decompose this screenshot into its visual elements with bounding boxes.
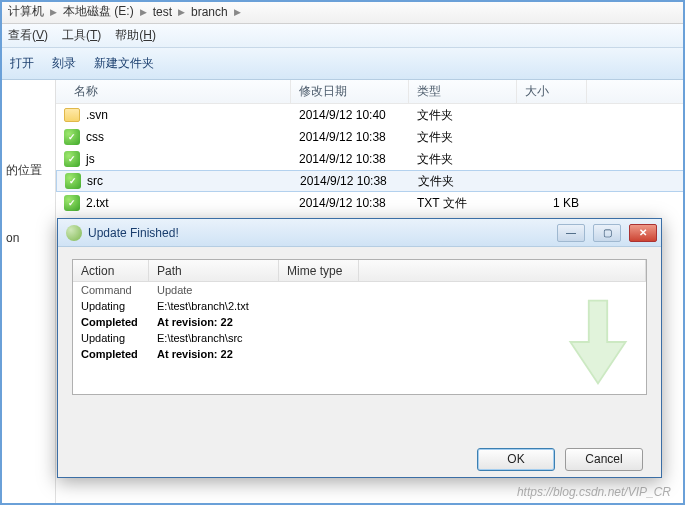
file-date: 2014/9/12 10:40: [291, 108, 409, 122]
file-list-header: 名称 修改日期 类型 大小: [56, 80, 685, 104]
table-row[interactable]: ✓js2014/9/12 10:38文件夹: [56, 148, 685, 170]
menu-help[interactable]: 帮助(H): [115, 27, 156, 44]
file-name: 2.txt: [86, 196, 109, 210]
close-button[interactable]: ✕: [629, 224, 657, 242]
menu-tools[interactable]: 工具(T): [62, 27, 101, 44]
file-type: 文件夹: [409, 129, 517, 146]
log-column-path[interactable]: Path: [149, 260, 279, 281]
breadcrumb-seg-drive[interactable]: 本地磁盘 (E:): [61, 3, 136, 20]
file-name: src: [87, 174, 103, 188]
file-date: 2014/9/12 10:38: [291, 130, 409, 144]
file-date: 2014/9/12 10:38: [291, 152, 409, 166]
file-name: .svn: [86, 108, 108, 122]
breadcrumb-seg-branch[interactable]: branch: [189, 5, 230, 19]
new-folder-button[interactable]: 新建文件夹: [94, 55, 154, 72]
toolbar: 打开 刻录 新建文件夹: [0, 48, 685, 80]
log-column-action[interactable]: Action: [73, 260, 149, 281]
table-row[interactable]: ✓src2014/9/12 10:38文件夹: [56, 170, 685, 192]
ok-button[interactable]: OK: [477, 448, 555, 471]
dialog-title: Update Finished!: [88, 226, 549, 240]
column-date[interactable]: 修改日期: [291, 80, 409, 103]
file-type: 文件夹: [409, 107, 517, 124]
chevron-right-icon: ▶: [140, 7, 147, 17]
breadcrumb-seg-test[interactable]: test: [151, 5, 174, 19]
chevron-right-icon: ▶: [234, 7, 241, 17]
chevron-right-icon: ▶: [178, 7, 185, 17]
log-column-mime[interactable]: Mime type: [279, 260, 359, 281]
file-type: 文件夹: [410, 173, 518, 190]
table-row[interactable]: .svn2014/9/12 10:40文件夹: [56, 104, 685, 126]
sidebar-item-on[interactable]: on: [4, 225, 51, 251]
open-button[interactable]: 打开: [10, 55, 34, 72]
chevron-right-icon: ▶: [50, 7, 57, 17]
file-name: css: [86, 130, 104, 144]
table-row[interactable]: ✓css2014/9/12 10:38文件夹: [56, 126, 685, 148]
file-type: 文件夹: [409, 151, 517, 168]
file-name: js: [86, 152, 95, 166]
svn-overlay-icon: ✓: [64, 129, 80, 145]
breadcrumb-seg-computer[interactable]: 计算机: [6, 3, 46, 20]
column-type[interactable]: 类型: [409, 80, 517, 103]
svn-overlay-icon: ✓: [64, 195, 80, 211]
update-dialog: Update Finished! — ▢ ✕ Action Path Mime …: [57, 218, 662, 478]
log-action: Updating: [73, 332, 149, 348]
folder-icon: [64, 108, 80, 122]
minimize-button[interactable]: —: [557, 224, 585, 242]
menu-bar: 查看(V) 工具(T) 帮助(H): [0, 24, 685, 48]
burn-button[interactable]: 刻录: [52, 55, 76, 72]
menu-view[interactable]: 查看(V): [8, 27, 48, 44]
log-column-blank: [359, 260, 646, 281]
file-date: 2014/9/12 10:38: [292, 174, 410, 188]
file-size: 1 KB: [517, 196, 587, 210]
svn-overlay-icon: ✓: [65, 173, 81, 189]
log-action: Completed: [73, 316, 149, 332]
dialog-titlebar[interactable]: Update Finished! — ▢ ✕: [58, 219, 661, 247]
column-name[interactable]: 名称: [56, 80, 291, 103]
sidebar-item-locations[interactable]: 的位置: [4, 156, 51, 185]
sidebar: 的位置 on: [0, 80, 56, 505]
tortoise-icon: [66, 225, 82, 241]
file-type: TXT 文件: [409, 195, 517, 212]
breadcrumb[interactable]: 计算机 ▶ 本地磁盘 (E:) ▶ test ▶ branch ▶: [0, 0, 685, 24]
log-panel: Action Path Mime type CommandUpdateUpdat…: [72, 259, 647, 395]
log-action: Command: [73, 284, 149, 300]
file-date: 2014/9/12 10:38: [291, 196, 409, 210]
cancel-button[interactable]: Cancel: [565, 448, 643, 471]
column-size[interactable]: 大小: [517, 80, 587, 103]
download-arrow-icon: [558, 296, 638, 388]
log-action: Updating: [73, 300, 149, 316]
svn-overlay-icon: ✓: [64, 151, 80, 167]
table-row[interactable]: ✓2.txt2014/9/12 10:38TXT 文件1 KB: [56, 192, 685, 214]
maximize-button[interactable]: ▢: [593, 224, 621, 242]
log-action: Completed: [73, 348, 149, 364]
